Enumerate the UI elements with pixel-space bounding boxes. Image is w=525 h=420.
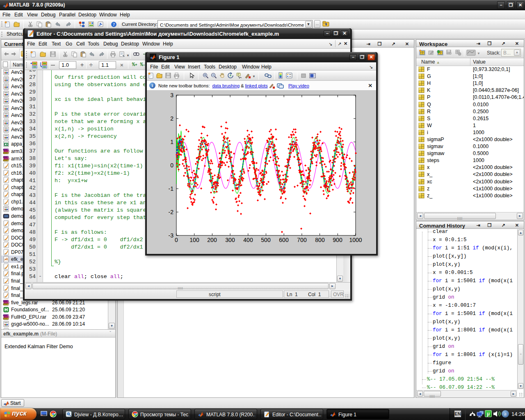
svg-text:1: 1 — [170, 139, 173, 145]
svg-text:1000: 1000 — [349, 237, 362, 243]
svg-text:300: 300 — [225, 237, 235, 243]
svg-text:2: 2 — [170, 115, 173, 122]
svg-text:100: 100 — [189, 237, 199, 243]
svg-text:800: 800 — [315, 237, 325, 243]
svg-text:500: 500 — [261, 237, 271, 243]
svg-text:200: 200 — [207, 237, 217, 243]
svg-text:0: 0 — [170, 162, 173, 169]
svg-text:0: 0 — [175, 237, 178, 243]
svg-text:400: 400 — [243, 237, 253, 243]
svg-text:600: 600 — [279, 237, 289, 243]
svg-text:-1: -1 — [169, 185, 174, 192]
svg-text:900: 900 — [333, 237, 342, 243]
svg-text:-2: -2 — [169, 209, 174, 215]
svg-text:700: 700 — [297, 237, 307, 243]
svg-text:-3: -3 — [169, 232, 174, 239]
svg-text:?: ? — [113, 22, 115, 27]
svg-text:3: 3 — [170, 92, 173, 98]
